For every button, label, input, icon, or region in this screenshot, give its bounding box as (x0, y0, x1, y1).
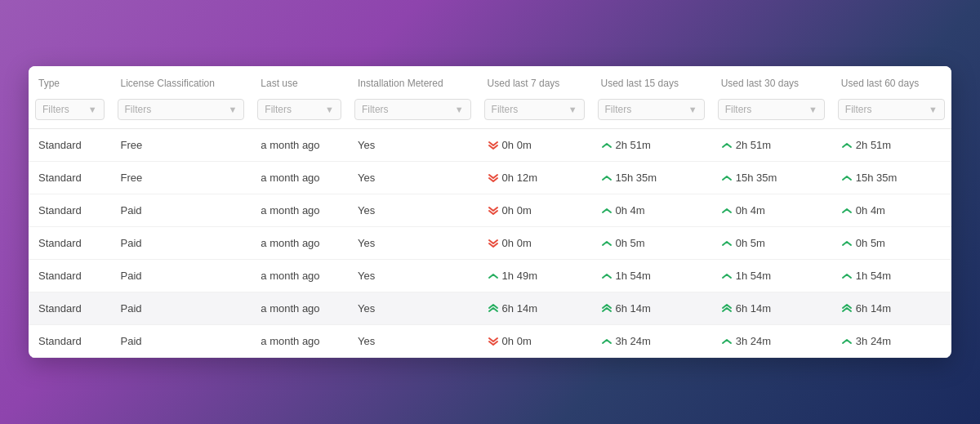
arrow-up-icon (721, 172, 733, 184)
cell-lastuse: a month ago (251, 260, 348, 292)
value-cell: 6h 14m (721, 302, 822, 315)
arrow-up-icon (601, 238, 612, 249)
column-header-row: Type License Classification Last use Ins… (29, 66, 951, 94)
col-lastuse: Last use (251, 66, 348, 94)
arrow-up-icon (841, 205, 853, 216)
usage-value: 1h 54m (616, 270, 651, 282)
filter-last60-input[interactable]: Filters ▼ (838, 99, 945, 120)
cell-last60: 0h 5m (831, 227, 951, 260)
value-cell: 3h 24m (601, 335, 702, 347)
cell-license: Paid (111, 194, 252, 227)
cell-last15: 6h 14m (591, 292, 711, 325)
cell-license: Paid (111, 292, 252, 325)
filter-license-icon: ▼ (228, 105, 237, 114)
arrow-up-icon (601, 140, 612, 151)
cell-lastuse: a month ago (251, 129, 348, 162)
usage-value: 15h 35m (616, 172, 657, 184)
data-table: Type License Classification Last use Ins… (29, 66, 951, 358)
value-cell: 6h 14m (601, 302, 702, 315)
usage-value: 0h 4m (856, 204, 885, 216)
arrow-up-icon (601, 172, 612, 184)
filter-last15[interactable]: Filters ▼ (591, 94, 711, 129)
arrow-down-icon (488, 205, 499, 216)
cell-last15: 0h 5m (591, 227, 711, 260)
table-row: StandardPaida month agoYes 1h 49m 1h 54m… (29, 260, 951, 292)
usage-value: 6h 14m (856, 302, 891, 315)
cell-metered: Yes (348, 325, 478, 358)
filter-lastuse[interactable]: Filters ▼ (251, 94, 348, 129)
cell-license: Free (111, 129, 252, 162)
cell-lastuse: a month ago (251, 292, 348, 325)
col-last30: Used last 30 days (711, 66, 831, 94)
filter-license[interactable]: Filters ▼ (111, 94, 252, 129)
filter-type[interactable]: Filters ▼ (29, 94, 111, 129)
cell-last60: 3h 24m (831, 325, 951, 358)
cell-last7: 0h 0m (478, 325, 591, 358)
value-cell: 2h 51m (601, 139, 702, 151)
cell-lastuse: a month ago (251, 227, 348, 260)
cell-type: Standard (29, 325, 111, 358)
value-cell: 3h 24m (721, 335, 822, 347)
cell-type: Standard (29, 129, 111, 162)
cell-license: Paid (111, 260, 252, 292)
cell-last60: 15h 35m (831, 162, 951, 194)
filter-metered[interactable]: Filters ▼ (348, 94, 478, 129)
filter-last30-input[interactable]: Filters ▼ (718, 99, 825, 120)
usage-value: 0h 0m (502, 204, 532, 216)
table-row: StandardPaida month agoYes 6h 14m 6h 14m… (29, 292, 951, 325)
cell-last15: 1h 54m (591, 260, 711, 292)
usage-value: 0h 5m (856, 237, 885, 249)
cell-last15: 3h 24m (591, 325, 711, 358)
cell-lastuse: a month ago (251, 194, 348, 227)
col-last60: Used last 60 days (831, 66, 951, 94)
cell-last30: 0h 5m (711, 227, 831, 260)
filter-last15-input[interactable]: Filters ▼ (598, 99, 705, 120)
value-cell: 0h 0m (488, 237, 581, 249)
cell-last30: 3h 24m (711, 325, 831, 358)
filter-type-input[interactable]: Filters ▼ (35, 99, 105, 120)
cell-last7: 0h 0m (478, 129, 591, 162)
filter-last30[interactable]: Filters ▼ (711, 94, 831, 129)
table-row: StandardPaida month agoYes 0h 0m 0h 4m 0… (29, 194, 951, 227)
cell-last15: 2h 51m (591, 129, 711, 162)
cell-type: Standard (29, 162, 111, 194)
filter-last7-icon: ▼ (568, 105, 577, 114)
value-cell: 0h 4m (721, 204, 822, 216)
cell-last7: 0h 0m (478, 227, 591, 260)
filter-row: Filters ▼ Filters ▼ Filters ▼ (29, 94, 951, 129)
double-arrow-up-icon (721, 303, 733, 315)
filter-license-input[interactable]: Filters ▼ (118, 99, 245, 120)
arrow-down-icon (488, 238, 499, 249)
filter-metered-icon: ▼ (455, 105, 464, 114)
value-cell: 1h 54m (601, 270, 702, 282)
cell-last60: 0h 4m (831, 194, 951, 227)
value-cell: 6h 14m (841, 302, 942, 315)
filter-metered-input[interactable]: Filters ▼ (354, 99, 471, 120)
value-cell: 6h 14m (488, 302, 581, 315)
usage-value: 0h 0m (502, 335, 532, 347)
usage-value: 1h 54m (856, 270, 891, 282)
filter-last7[interactable]: Filters ▼ (478, 94, 591, 129)
cell-last30: 1h 54m (711, 260, 831, 292)
table-row: StandardFreea month agoYes 0h 0m 2h 51m … (29, 129, 951, 162)
filter-last7-input[interactable]: Filters ▼ (484, 99, 585, 120)
value-cell: 0h 5m (601, 237, 702, 249)
col-last7: Used last 7 days (478, 66, 591, 94)
col-metered: Installation Metered (348, 66, 478, 94)
usage-value: 6h 14m (616, 302, 651, 315)
cell-last30: 15h 35m (711, 162, 831, 194)
table-row: StandardPaida month agoYes 0h 0m 3h 24m … (29, 325, 951, 358)
arrow-up-icon (601, 270, 612, 282)
filter-last60-icon: ▼ (929, 105, 938, 114)
usage-value: 6h 14m (502, 302, 537, 315)
col-license: License Classification (111, 66, 252, 94)
arrow-down-icon (488, 336, 499, 347)
cell-type: Standard (29, 260, 111, 292)
table-body: StandardFreea month agoYes 0h 0m 2h 51m … (29, 129, 951, 358)
value-cell: 2h 51m (841, 139, 942, 151)
value-cell: 0h 12m (488, 172, 581, 184)
filter-lastuse-icon: ▼ (325, 105, 334, 114)
usage-value: 3h 24m (736, 335, 771, 347)
filter-lastuse-input[interactable]: Filters ▼ (257, 99, 341, 120)
filter-last60[interactable]: Filters ▼ (831, 94, 951, 129)
